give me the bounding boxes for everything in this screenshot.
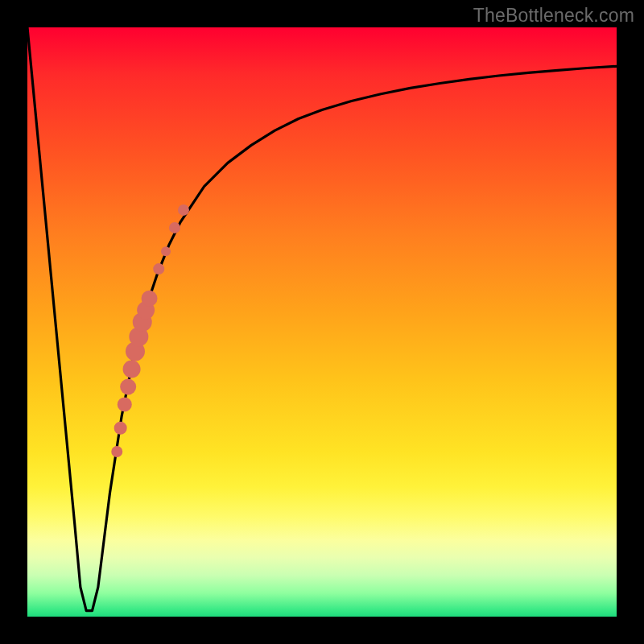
marker-point: [178, 204, 189, 216]
marker-point: [142, 291, 158, 307]
marker-point: [114, 422, 127, 435]
marker-point: [123, 361, 141, 378]
plot-area: [27, 27, 617, 617]
marker-point: [120, 379, 136, 395]
marker-point: [161, 246, 171, 256]
watermark-text: TheBottleneck.com: [473, 5, 634, 27]
chart-svg: [27, 27, 617, 617]
highlighted-points: [111, 204, 189, 457]
marker-point: [153, 263, 164, 275]
marker-point: [111, 446, 122, 457]
marker-point: [118, 397, 132, 411]
bottleneck-curve: [27, 27, 617, 611]
chart-frame: TheBottleneck.com: [0, 0, 644, 644]
marker-point: [169, 222, 180, 233]
